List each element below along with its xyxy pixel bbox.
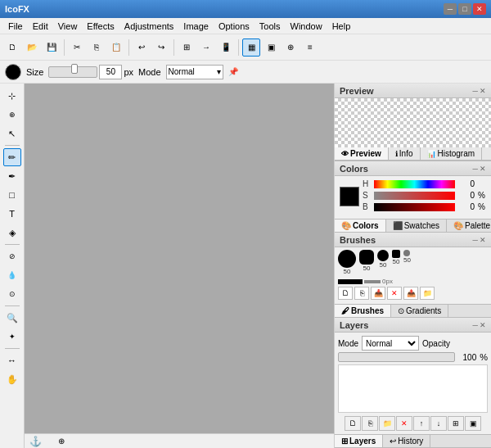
size-slider[interactable] (48, 66, 97, 78)
brush-item-4[interactable]: 50 (392, 250, 400, 275)
tab-histogram[interactable]: 📊 Histogram (421, 147, 483, 160)
menu-help[interactable]: Help (327, 20, 356, 33)
select-tool[interactable]: ⊹ (3, 87, 21, 105)
menu-tools[interactable]: Tools (255, 20, 286, 33)
layers-duplicate[interactable]: ⎘ (362, 416, 378, 431)
tab-swatches[interactable]: ⬛ Swatches (386, 219, 447, 232)
layers-group[interactable]: 📁 (379, 416, 395, 431)
brush-import[interactable]: 📥 (371, 287, 385, 300)
menu-adjustments[interactable]: Adjustments (119, 20, 179, 33)
move-tool[interactable]: ↖ (3, 124, 21, 143)
colors-panel-header[interactable]: Colors ─ ✕ (335, 161, 491, 176)
layers-mode-select[interactable]: Normal (362, 336, 419, 351)
tab-gradients[interactable]: ⊙ Gradients (391, 305, 448, 317)
text-tool[interactable]: T (3, 205, 21, 223)
lasso-tool[interactable]: ⊕ (3, 106, 21, 124)
fill-tool[interactable]: ◈ (3, 224, 21, 242)
preview-collapse-button[interactable]: ─ (473, 87, 478, 95)
tab-palette[interactable]: 🎨 Palette (447, 219, 491, 232)
anchor-icon[interactable]: ⚓ (29, 436, 42, 447)
brush-item-5[interactable]: 50 (403, 250, 411, 275)
pencil-tool[interactable]: ✏ (3, 148, 21, 166)
close-button[interactable]: ✕ (473, 3, 486, 15)
brushes-panel-header[interactable]: Brushes ─ ✕ (335, 233, 491, 247)
layers-move-up[interactable]: ↑ (413, 416, 430, 431)
menu-file[interactable]: File (3, 20, 28, 33)
tab-preview[interactable]: 👁 Preview (335, 147, 389, 160)
brush-new[interactable]: 🗋 (338, 287, 353, 300)
brush-item-3[interactable]: 50 (377, 250, 389, 275)
eyedropper-tool[interactable]: ✦ (3, 328, 21, 346)
size-input[interactable]: 50 (99, 65, 122, 79)
maximize-button[interactable]: □ (458, 3, 471, 15)
clone-tool[interactable]: ⊙ (3, 285, 21, 303)
border-button[interactable]: ▣ (262, 38, 280, 57)
brush-duplicate[interactable]: ⎘ (354, 287, 369, 300)
brush-item-1[interactable]: 50 (338, 250, 356, 275)
menu-options[interactable]: Options (214, 20, 255, 33)
open-button[interactable]: 📂 (23, 38, 41, 57)
layers-move-down[interactable]: ↓ (430, 416, 447, 431)
new-button[interactable]: 🗋 (3, 38, 21, 57)
brushes-close-button[interactable]: ✕ (480, 236, 486, 244)
blur-tool[interactable]: 💧 (3, 266, 21, 284)
tab-layers[interactable]: ⊞ Layers (335, 435, 383, 447)
arrow-button[interactable]: → (197, 38, 215, 57)
menu-window[interactable]: Window (286, 20, 327, 33)
preview-close-button[interactable]: ✕ (480, 87, 486, 95)
menu-view[interactable]: View (53, 20, 83, 33)
mode-dropdown[interactable]: Normal ▾ (166, 65, 223, 79)
cut-button[interactable]: ✂ (68, 38, 86, 57)
toolbar-separator-4 (238, 39, 239, 56)
layers-close-button[interactable]: ✕ (480, 321, 486, 329)
grid-button[interactable]: ⊞ (178, 38, 196, 57)
layers-collapse-button[interactable]: ─ (473, 321, 478, 329)
minimize-button[interactable]: ─ (444, 3, 457, 15)
paste-button[interactable]: 📋 (107, 38, 125, 57)
extra-button[interactable]: ≡ (301, 38, 319, 57)
redo-button[interactable]: ↪ (152, 38, 170, 57)
hue-slider[interactable] (374, 180, 455, 188)
eraser-tool[interactable]: ⊘ (3, 247, 21, 265)
menu-edit[interactable]: Edit (28, 20, 53, 33)
zoom-tool[interactable]: 🔍 (3, 309, 21, 327)
center-icon[interactable]: ⊕ (58, 437, 65, 446)
menu-effects[interactable]: Effects (82, 20, 119, 33)
brush-delete[interactable]: ✕ (387, 287, 402, 300)
canvas-area[interactable]: ⚓ ⊕ (25, 84, 334, 448)
copy-button[interactable]: ⎘ (88, 38, 106, 57)
layers-panel-header[interactable]: Layers ─ ✕ (335, 318, 491, 333)
hand-tool[interactable]: ✋ (3, 370, 21, 388)
opacity-slider[interactable] (338, 352, 455, 362)
layers-merge[interactable]: ⊞ (448, 416, 464, 431)
layers-flatten[interactable]: ▣ (465, 416, 481, 431)
tab-history[interactable]: ↩ History (383, 435, 430, 447)
plus-button[interactable]: ⊕ (282, 38, 300, 57)
status-bar: ⚓ ⊕ (25, 433, 334, 448)
flip-tool[interactable]: ↔ (3, 351, 21, 369)
tab-colors[interactable]: 🎨 Colors (335, 219, 386, 232)
bri-slider[interactable] (374, 203, 455, 211)
menu-image[interactable]: Image (178, 20, 214, 33)
colors-collapse-button[interactable]: ─ (473, 165, 478, 173)
rect-tool[interactable]: □ (3, 186, 21, 204)
checkerboard-button[interactable]: ▦ (242, 38, 260, 57)
layers-delete[interactable]: ✕ (396, 416, 412, 431)
colors-swatch[interactable] (340, 187, 359, 206)
foreground-color-swatch[interactable] (5, 64, 21, 80)
preview-panel-header[interactable]: Preview ─ ✕ (335, 84, 491, 98)
mobile-button[interactable]: 📱 (217, 38, 235, 57)
colors-close-button[interactable]: ✕ (480, 165, 486, 173)
brush-folder[interactable]: 📁 (420, 287, 435, 300)
tab-info[interactable]: ℹ Info (389, 147, 421, 160)
layers-new[interactable]: 🗋 (345, 416, 361, 431)
tab-brushes[interactable]: 🖌 Brushes (335, 305, 391, 317)
brush-export[interactable]: 📤 (403, 287, 418, 300)
pin-icon[interactable]: 📌 (228, 67, 238, 76)
undo-button[interactable]: ↩ (133, 38, 151, 57)
brushes-collapse-button[interactable]: ─ (473, 236, 478, 244)
sat-slider[interactable] (374, 192, 455, 200)
brush-item-2[interactable]: 50 (359, 250, 374, 275)
save-button[interactable]: 💾 (43, 38, 61, 57)
brush-tool[interactable]: ✒ (3, 167, 21, 185)
